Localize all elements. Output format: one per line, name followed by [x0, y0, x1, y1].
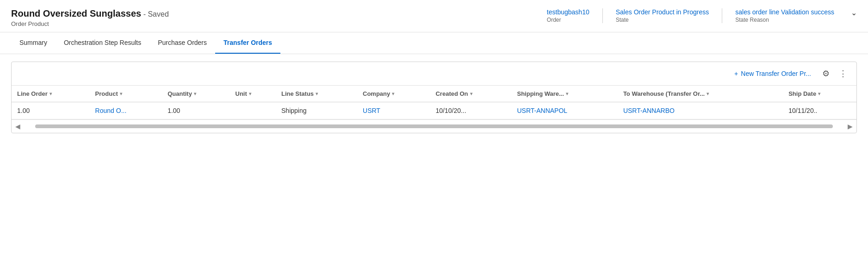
- scroll-left-icon[interactable]: ◀: [12, 123, 24, 130]
- cell-created-on: 10/10/20...: [430, 102, 511, 119]
- tab-summary[interactable]: Summary: [11, 32, 56, 54]
- table-row: 1.00 Round O... 1.00 Shipping USRT 10/10…: [12, 102, 856, 119]
- col-line-status[interactable]: Line Status ▾: [276, 86, 357, 102]
- order-value[interactable]: testbugbash10: [547, 8, 589, 16]
- tab-purchase-orders[interactable]: Purchase Orders: [149, 32, 215, 54]
- state-reason-value: sales order line Validation success: [735, 8, 834, 16]
- col-company[interactable]: Company ▾: [357, 86, 430, 102]
- cell-to-warehouse[interactable]: USRT-ANNARBO: [618, 102, 783, 119]
- table-header: Line Order ▾ Product ▾ Quantity ▾: [12, 86, 856, 102]
- tab-bar: Summary Orchestration Step Results Purch…: [0, 32, 868, 54]
- table-toolbar: + New Transfer Order Pr... ⚙ ⋮: [12, 62, 856, 86]
- state-reason-info-block: sales order line Validation success Stat…: [722, 8, 847, 23]
- col-created-on[interactable]: Created On ▾: [430, 86, 511, 102]
- col-line-order[interactable]: Line Order ▾: [12, 86, 90, 102]
- col-shipping-warehouse[interactable]: Shipping Ware... ▾: [511, 86, 617, 102]
- col-ship-date[interactable]: Ship Date ▾: [783, 86, 856, 102]
- cell-ship-date: 10/11/20..: [783, 102, 856, 119]
- header-left: Round Oversized Sunglasses - Saved Order…: [11, 8, 169, 27]
- col-quantity-chevron: ▾: [194, 91, 196, 96]
- state-info-block: Sales Order Product in Progress State: [602, 8, 722, 23]
- state-value: Sales Order Product in Progress: [616, 8, 709, 16]
- col-to-warehouse-chevron: ▾: [707, 91, 709, 96]
- order-info-block: testbugbash10 Order: [534, 8, 602, 23]
- scroll-right-icon[interactable]: ▶: [844, 123, 856, 130]
- transfer-orders-table: Line Order ▾ Product ▾ Quantity ▾: [12, 86, 856, 119]
- cell-product[interactable]: Round O...: [90, 102, 162, 119]
- header-chevron-icon[interactable]: ⌄: [847, 8, 857, 17]
- cell-shipping-warehouse[interactable]: USRT-ANNAPOL: [511, 102, 617, 119]
- table-body: 1.00 Round O... 1.00 Shipping USRT 10/10…: [12, 102, 856, 119]
- col-line-order-chevron: ▾: [50, 91, 52, 96]
- scroll-thumb[interactable]: [35, 124, 833, 128]
- cell-line-status: Shipping: [276, 102, 357, 119]
- product-name: Round Oversized Sunglasses: [11, 8, 141, 19]
- cell-line-order: 1.00: [12, 102, 90, 119]
- record-type: Order Product: [11, 20, 169, 27]
- state-reason-label: State Reason: [735, 17, 834, 23]
- page-title: Round Oversized Sunglasses - Saved: [11, 8, 169, 19]
- header-row: Line Order ▾ Product ▾ Quantity ▾: [12, 86, 856, 102]
- cell-unit: [230, 102, 276, 119]
- transfer-orders-table-container: + New Transfer Order Pr... ⚙ ⋮ Line Orde…: [11, 62, 857, 133]
- tab-transfer-orders[interactable]: Transfer Orders: [215, 32, 280, 54]
- cell-quantity: 1.00: [162, 102, 229, 119]
- order-label: Order: [547, 17, 589, 23]
- cell-company[interactable]: USRT: [357, 102, 430, 119]
- header-info: testbugbash10 Order Sales Order Product …: [534, 8, 857, 23]
- col-unit[interactable]: Unit ▾: [230, 86, 276, 102]
- col-product[interactable]: Product ▾: [90, 86, 162, 102]
- main-content: + New Transfer Order Pr... ⚙ ⋮ Line Orde…: [0, 54, 868, 141]
- col-unit-chevron: ▾: [249, 91, 251, 96]
- col-line-status-chevron: ▾: [316, 91, 318, 96]
- tab-orchestration-step-results[interactable]: Orchestration Step Results: [56, 32, 149, 54]
- col-to-warehouse[interactable]: To Warehouse (Transfer Or... ▾: [618, 86, 783, 102]
- col-quantity[interactable]: Quantity ▾: [162, 86, 229, 102]
- gear-icon[interactable]: ⚙: [820, 67, 831, 81]
- col-company-chevron: ▾: [392, 91, 394, 96]
- plus-icon: +: [734, 70, 738, 77]
- horizontal-scrollbar[interactable]: ◀ ▶: [12, 119, 856, 133]
- new-transfer-order-button[interactable]: + New Transfer Order Pr...: [731, 68, 815, 79]
- state-label: State: [616, 17, 709, 23]
- new-transfer-label: New Transfer Order Pr...: [741, 70, 811, 77]
- col-shipping-warehouse-chevron: ▾: [566, 91, 568, 96]
- more-options-icon[interactable]: ⋮: [837, 67, 849, 81]
- page-header: Round Oversized Sunglasses - Saved Order…: [0, 0, 868, 32]
- col-ship-date-chevron: ▾: [818, 91, 820, 96]
- saved-indicator: - Saved: [141, 10, 169, 18]
- col-created-on-chevron: ▾: [470, 91, 472, 96]
- col-product-chevron: ▾: [120, 91, 122, 96]
